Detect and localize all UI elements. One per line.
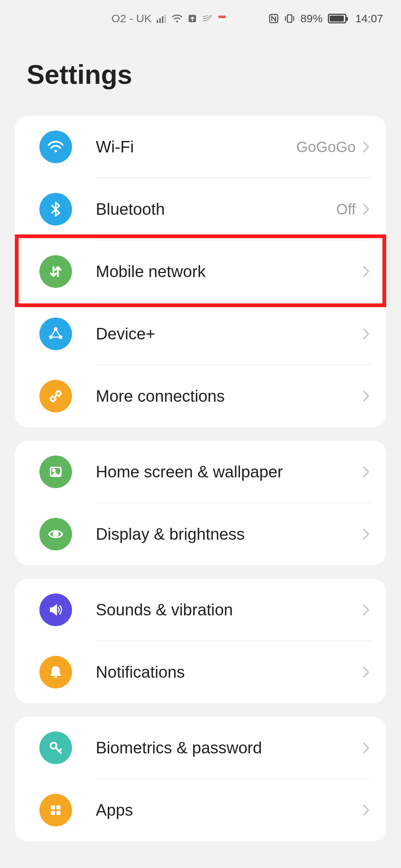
status-bar-left: O2 - UK bbox=[111, 12, 226, 25]
svg-rect-0 bbox=[157, 20, 158, 23]
signal-icon bbox=[157, 14, 166, 23]
status-bar: O2 - UK 89% 14:07 bbox=[0, 0, 401, 37]
apps-grid-icon bbox=[39, 794, 72, 826]
svg-rect-21 bbox=[56, 805, 61, 809]
chevron-right-icon bbox=[359, 203, 373, 216]
row-apps[interactable]: Apps bbox=[15, 779, 386, 841]
page-title: Settings bbox=[0, 37, 401, 116]
row-value: Off bbox=[336, 201, 356, 218]
row-label: Apps bbox=[96, 801, 359, 819]
row-label: Wi-Fi bbox=[96, 138, 296, 156]
settings-group-sound: Sounds & vibration Notifications bbox=[15, 579, 386, 703]
chevron-right-icon bbox=[359, 665, 373, 679]
svg-rect-1 bbox=[159, 18, 161, 23]
row-mobile-network[interactable]: Mobile network bbox=[15, 240, 386, 303]
settings-group-security: Biometrics & password Apps bbox=[15, 717, 386, 841]
upload-icon bbox=[188, 14, 197, 23]
clock: 14:07 bbox=[355, 12, 383, 25]
row-notifications[interactable]: Notifications bbox=[15, 641, 386, 703]
svg-point-17 bbox=[53, 469, 55, 471]
row-label: Device+ bbox=[96, 325, 359, 343]
vibrate-icon bbox=[284, 14, 295, 23]
row-display-brightness[interactable]: Display & brightness bbox=[15, 503, 386, 565]
mobile-data-icon bbox=[39, 255, 72, 288]
status-bar-right: 89% 14:07 bbox=[268, 12, 383, 25]
row-value: GoGoGo bbox=[296, 139, 356, 155]
row-more-connections[interactable]: More connections bbox=[15, 365, 386, 427]
speaker-icon bbox=[39, 594, 72, 626]
row-label: Display & brightness bbox=[96, 525, 359, 543]
svg-rect-20 bbox=[51, 805, 55, 809]
chevron-right-icon bbox=[359, 741, 373, 754]
svg-point-18 bbox=[53, 532, 58, 536]
image-icon bbox=[39, 456, 72, 488]
svg-point-12 bbox=[55, 150, 57, 152]
settings-group-display: Home screen & wallpaper Display & bright… bbox=[15, 441, 386, 565]
chevron-right-icon bbox=[359, 803, 373, 817]
settings-group-connectivity: Wi-Fi GoGoGo Bluetooth Off Mobile networ… bbox=[15, 116, 386, 427]
svg-rect-2 bbox=[162, 16, 163, 23]
svg-point-4 bbox=[176, 21, 178, 23]
svg-rect-9 bbox=[287, 15, 292, 22]
wifi-icon bbox=[39, 131, 72, 163]
bluetooth-icon bbox=[39, 193, 72, 226]
chevron-right-icon bbox=[359, 527, 373, 541]
carrier-label: O2 - UK bbox=[111, 12, 151, 25]
row-device-plus[interactable]: Device+ bbox=[15, 303, 386, 365]
chevron-right-icon bbox=[359, 265, 373, 278]
nfc-icon bbox=[268, 13, 279, 24]
battery-icon bbox=[328, 14, 347, 23]
calendar-status-icon bbox=[218, 14, 226, 23]
key-icon bbox=[39, 731, 72, 764]
chevron-right-icon bbox=[359, 603, 373, 617]
chevron-right-icon bbox=[359, 140, 373, 154]
row-label: Biometrics & password bbox=[96, 739, 359, 757]
row-bluetooth[interactable]: Bluetooth Off bbox=[15, 178, 386, 240]
svg-rect-22 bbox=[51, 811, 55, 815]
row-home-wallpaper[interactable]: Home screen & wallpaper bbox=[15, 441, 386, 503]
bell-icon bbox=[39, 656, 72, 688]
eye-icon bbox=[39, 518, 72, 550]
row-label: Notifications bbox=[96, 663, 359, 681]
battery-percent: 89% bbox=[300, 12, 323, 25]
row-label: Bluetooth bbox=[96, 200, 336, 218]
row-label: More connections bbox=[96, 387, 359, 405]
wifi-status-icon bbox=[172, 14, 183, 23]
svg-rect-3 bbox=[164, 14, 166, 23]
row-label: Mobile network bbox=[96, 262, 359, 281]
device-plus-icon bbox=[39, 318, 72, 350]
row-sounds[interactable]: Sounds & vibration bbox=[15, 579, 386, 641]
row-label: Sounds & vibration bbox=[96, 601, 359, 619]
swoosh-icon bbox=[202, 14, 212, 23]
chevron-right-icon bbox=[359, 327, 373, 341]
chevron-right-icon bbox=[359, 465, 373, 479]
row-biometrics[interactable]: Biometrics & password bbox=[15, 717, 386, 779]
svg-rect-7 bbox=[218, 16, 226, 18]
chevron-right-icon bbox=[359, 389, 373, 403]
svg-rect-23 bbox=[56, 811, 61, 815]
row-label: Home screen & wallpaper bbox=[96, 463, 359, 481]
link-icon bbox=[39, 380, 72, 412]
row-wifi[interactable]: Wi-Fi GoGoGo bbox=[15, 116, 386, 178]
